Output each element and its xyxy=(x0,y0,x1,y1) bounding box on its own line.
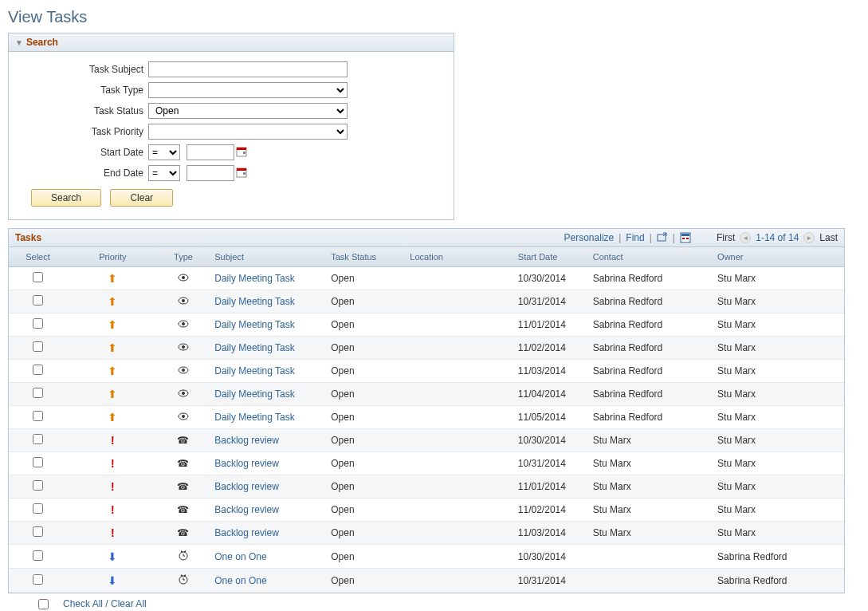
status-cell: Open xyxy=(324,406,403,429)
clock-icon xyxy=(179,576,188,587)
svg-point-24 xyxy=(182,415,185,418)
contact-cell: Stu Marx xyxy=(587,475,711,499)
task-subject-input[interactable] xyxy=(148,61,348,77)
row-checkbox[interactable] xyxy=(33,411,43,421)
phone-icon: ☎ xyxy=(177,527,189,538)
owner-cell: Stu Marx xyxy=(711,337,844,360)
check-all-link[interactable]: Check All / Clear All xyxy=(63,598,147,609)
subject-link[interactable]: Backlog review xyxy=(214,458,279,469)
col-contact[interactable]: Contact xyxy=(587,247,711,267)
subject-link[interactable]: Backlog review xyxy=(214,504,279,515)
row-checkbox[interactable] xyxy=(33,434,43,444)
footer-section: Check All / Clear All ∟ Complete Reassig… xyxy=(38,598,860,611)
row-checkbox[interactable] xyxy=(33,341,43,352)
date-cell: 10/30/2014 xyxy=(512,545,587,569)
date-cell: 11/03/2014 xyxy=(512,522,587,545)
svg-point-14 xyxy=(182,299,185,302)
owner-cell: Stu Marx xyxy=(711,475,844,499)
start-date-operator[interactable]: = xyxy=(148,144,180,160)
row-checkbox[interactable] xyxy=(33,503,43,514)
end-date-input[interactable] xyxy=(187,165,234,181)
subject-link[interactable]: Daily Meeting Task xyxy=(214,365,295,376)
col-status[interactable]: Task Status xyxy=(324,247,403,267)
table-row: ⬆Daily Meeting TaskOpen11/01/2014Sabrina… xyxy=(9,313,844,337)
location-cell xyxy=(403,337,512,360)
subject-link[interactable]: Backlog review xyxy=(214,481,279,492)
subject-link[interactable]: Backlog review xyxy=(214,435,279,446)
subject-link[interactable]: Daily Meeting Task xyxy=(214,296,295,307)
subject-link[interactable]: Daily Meeting Task xyxy=(214,412,295,423)
svg-rect-10 xyxy=(686,238,689,239)
subject-link[interactable]: One on One xyxy=(214,575,266,586)
zoom-icon[interactable] xyxy=(657,232,668,243)
row-checkbox[interactable] xyxy=(33,388,43,398)
last-link[interactable]: Last xyxy=(819,232,838,243)
row-checkbox[interactable] xyxy=(33,272,43,282)
download-icon[interactable] xyxy=(680,232,691,243)
svg-point-20 xyxy=(182,369,185,372)
row-checkbox[interactable] xyxy=(33,295,43,306)
col-owner[interactable]: Owner xyxy=(711,247,844,267)
priority-high-icon: ⬆ xyxy=(108,272,117,285)
find-link[interactable]: Find xyxy=(626,232,644,243)
subject-link[interactable]: Daily Meeting Task xyxy=(214,319,295,330)
status-cell: Open xyxy=(324,383,403,406)
subject-link[interactable]: Daily Meeting Task xyxy=(214,273,295,284)
page-range[interactable]: 1-14 of 14 xyxy=(756,232,799,243)
col-location[interactable]: Location xyxy=(403,247,512,267)
subject-link[interactable]: Daily Meeting Task xyxy=(214,388,295,400)
status-cell: Open xyxy=(324,569,403,593)
svg-rect-5 xyxy=(243,172,245,175)
search-button[interactable]: Search xyxy=(31,189,101,207)
table-row: ⬆Daily Meeting TaskOpen11/05/2014Sabrina… xyxy=(9,406,844,429)
subject-link[interactable]: One on One xyxy=(214,551,266,562)
contact-cell: Sabrina Redford xyxy=(587,267,711,290)
check-all-checkbox[interactable] xyxy=(38,599,49,609)
row-checkbox[interactable] xyxy=(33,480,43,491)
col-select[interactable]: Select xyxy=(9,247,67,267)
table-row: ⬆Daily Meeting TaskOpen11/03/2014Sabrina… xyxy=(9,360,844,383)
status-cell: Open xyxy=(324,452,403,475)
col-subject[interactable]: Subject xyxy=(208,247,324,267)
col-priority[interactable]: Priority xyxy=(67,247,159,267)
location-cell xyxy=(403,569,512,593)
grid-toolbar: Personalize | Find | | First ◄ 1-14 of 1… xyxy=(564,232,838,243)
status-cell: Open xyxy=(324,360,403,383)
clear-button[interactable]: Clear xyxy=(110,189,173,207)
task-status-select[interactable]: Open xyxy=(148,103,348,119)
date-cell: 11/01/2014 xyxy=(512,313,587,337)
date-cell: 10/30/2014 xyxy=(512,267,587,290)
status-cell: Open xyxy=(324,290,403,313)
end-date-operator[interactable]: = xyxy=(148,165,180,181)
subject-link[interactable]: Daily Meeting Task xyxy=(214,342,295,353)
table-row: ⬆Daily Meeting TaskOpen11/04/2014Sabrina… xyxy=(9,383,844,406)
col-type[interactable]: Type xyxy=(159,247,209,267)
task-priority-select[interactable] xyxy=(148,124,348,140)
calendar-icon[interactable] xyxy=(236,146,249,159)
next-page-icon[interactable]: ► xyxy=(803,232,815,243)
eye-icon xyxy=(178,319,189,330)
calendar-icon[interactable] xyxy=(236,167,249,179)
location-cell xyxy=(403,429,512,452)
row-checkbox[interactable] xyxy=(33,526,43,537)
table-row: !☎Backlog reviewOpen10/30/2014Stu MarxSt… xyxy=(9,429,844,452)
row-checkbox[interactable] xyxy=(33,457,43,467)
prev-page-icon[interactable]: ◄ xyxy=(740,232,751,243)
task-priority-label: Task Priority xyxy=(25,126,148,137)
task-type-label: Task Type xyxy=(25,85,148,96)
row-checkbox[interactable] xyxy=(33,365,43,375)
svg-point-18 xyxy=(182,345,185,349)
personalize-link[interactable]: Personalize xyxy=(564,232,615,243)
start-date-input[interactable] xyxy=(187,144,234,160)
first-link[interactable]: First xyxy=(717,232,735,243)
subject-link[interactable]: Backlog review xyxy=(214,527,279,538)
row-checkbox[interactable] xyxy=(33,574,43,585)
task-type-select[interactable] xyxy=(148,82,348,98)
svg-rect-2 xyxy=(243,152,245,154)
collapse-icon[interactable]: ▼ xyxy=(15,38,23,47)
row-checkbox[interactable] xyxy=(33,318,43,329)
col-start-date[interactable]: Start Date xyxy=(512,247,587,267)
row-checkbox[interactable] xyxy=(33,550,43,561)
location-cell xyxy=(403,452,512,475)
table-row: ⬆Daily Meeting TaskOpen10/31/2014Sabrina… xyxy=(9,290,844,313)
